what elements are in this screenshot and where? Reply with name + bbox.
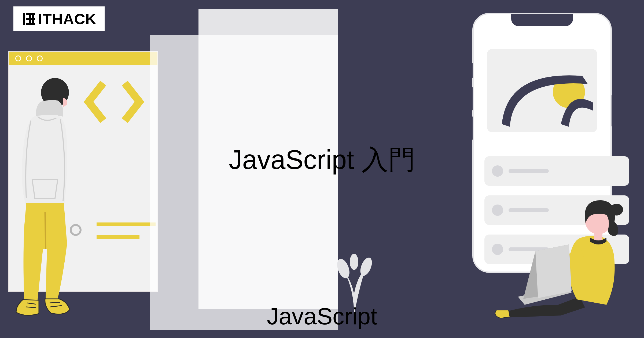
text-line-decoration — [97, 235, 139, 239]
traffic-light-icon — [26, 55, 32, 61]
phone-button — [470, 87, 473, 111]
traffic-light-icon — [15, 55, 21, 61]
phone-button — [612, 95, 614, 127]
code-brackets-icon — [83, 78, 145, 127]
svg-point-9 — [350, 254, 358, 270]
svg-rect-4 — [29, 13, 31, 25]
svg-rect-5 — [32, 13, 34, 25]
person-sitting-illustration — [488, 171, 639, 322]
svg-rect-0 — [23, 13, 25, 25]
card-stack-front — [150, 35, 338, 330]
subtitle: JavaScript — [267, 303, 377, 330]
svg-point-8 — [358, 256, 373, 277]
svg-point-14 — [610, 204, 623, 216]
banner-canvas: ITHACK JavaScript 入門 JavaScript — [0, 0, 644, 338]
traffic-light-icon — [37, 55, 43, 61]
logo-icon — [21, 12, 36, 27]
logo-text: ITHACK — [38, 10, 97, 28]
phone-hero-image — [487, 49, 597, 132]
main-title: JavaScript 入門 — [229, 142, 415, 178]
text-line-decoration — [97, 222, 156, 226]
phone-button — [470, 62, 473, 79]
phone-button — [470, 116, 473, 140]
svg-point-7 — [335, 257, 352, 280]
browser-titlebar — [9, 52, 157, 65]
phone-notch — [511, 14, 573, 26]
logo-badge: ITHACK — [13, 6, 105, 31]
person-standing-illustration — [11, 78, 86, 320]
